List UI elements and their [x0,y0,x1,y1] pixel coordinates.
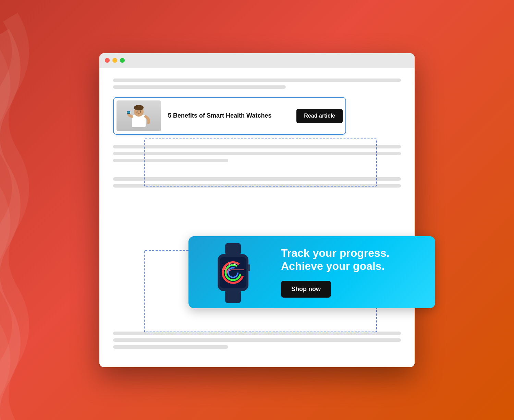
svg-point-4 [140,110,141,111]
skeleton-line [113,177,401,181]
svg-rect-15 [248,264,250,271]
ad-headline-line1: Track your progress. [281,247,390,259]
browser-titlebar [99,53,415,68]
skeleton-line [113,345,228,349]
skeleton-line [113,159,228,162]
ad-text-area: Track your progress. Achieve your goals.… [278,240,435,305]
ad-headline-line2: Achieve your goals. [281,260,384,272]
skeleton-line [113,145,401,148]
skeleton-top [113,79,401,89]
skeleton-group-1 [113,145,401,162]
person-figure [117,100,161,131]
browser-content: 5 Benefits of Smart Health Watches Read … [99,68,415,367]
skeleton-line [113,184,401,188]
browser-window: 5 Benefits of Smart Health Watches Read … [99,53,415,367]
ad-banner: 10:48 Track your progress. Achieve your … [188,236,435,308]
article-title: 5 Benefits of Smart Health Watches [161,112,296,119]
skeleton-line [113,338,401,342]
skeleton-line [113,332,401,335]
svg-rect-8 [225,289,241,303]
article-image [117,100,161,131]
skeleton-group-bottom [113,332,401,349]
svg-text:10:48: 10:48 [229,262,237,266]
shop-now-button[interactable]: Shop now [281,281,331,298]
ad-watch-image: 10:48 [188,236,278,308]
skeleton-line [113,152,401,155]
maximize-button[interactable] [120,58,125,63]
svg-rect-0 [132,115,146,127]
read-article-button[interactable]: Read article [296,109,343,123]
skeleton-bottom [113,332,401,349]
svg-rect-7 [225,243,241,255]
close-button[interactable] [105,58,110,63]
background-waves [0,0,75,420]
article-card: 5 Benefits of Smart Health Watches Read … [113,97,346,135]
svg-point-3 [137,110,138,111]
minimize-button[interactable] [112,58,117,63]
skeleton-line [113,85,286,89]
svg-rect-6 [127,111,130,113]
skeleton-mid [113,145,401,188]
skeleton-group-2 [113,177,401,188]
ad-headline: Track your progress. Achieve your goals. [281,247,390,273]
skeleton-line [113,79,401,82]
svg-point-2 [134,105,144,110]
